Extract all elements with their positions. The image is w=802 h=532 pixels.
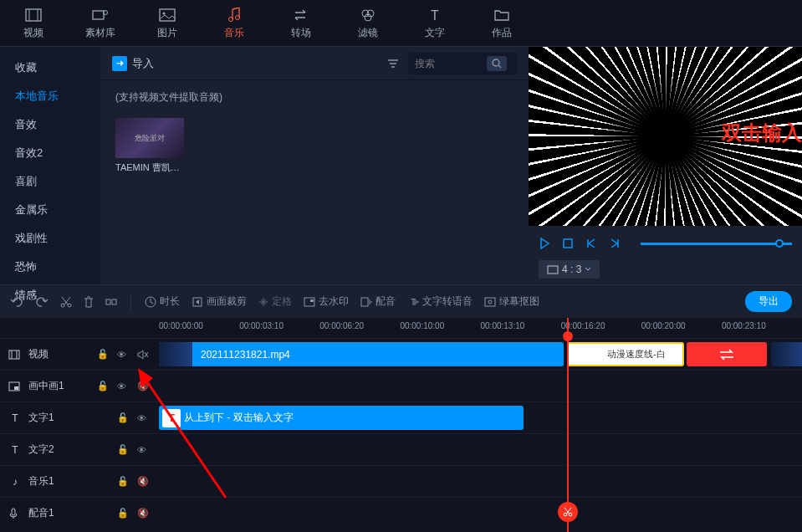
- import-button[interactable]: ➜ 导入: [112, 56, 154, 71]
- time-tick: 00:00:10:00: [400, 318, 480, 338]
- tab-label: 视频: [23, 26, 43, 40]
- prev-button[interactable]: [585, 238, 597, 249]
- eye-icon[interactable]: 👁: [117, 350, 130, 360]
- sidebar-item-comedy[interactable]: 喜剧: [0, 167, 100, 196]
- sort-icon[interactable]: [386, 58, 400, 69]
- tab-label: 滤镜: [358, 26, 378, 40]
- media-item[interactable]: 危险派对 TAEMIN 曹凯伦 ...: [115, 118, 184, 174]
- time-tick: 00:00:03:10: [239, 318, 319, 338]
- tab-transition[interactable]: 转场: [268, 0, 335, 46]
- anime-clip[interactable]: 动漫速度线-白: [567, 342, 684, 366]
- track-label: 视频: [28, 347, 90, 361]
- chromakey-button[interactable]: 绿幕抠图: [484, 294, 539, 309]
- track-label: 文字1: [28, 411, 110, 425]
- duration-button[interactable]: 时长: [145, 294, 180, 309]
- sidebar-item-sfx[interactable]: 音效: [0, 110, 100, 139]
- sidebar-item-favorites[interactable]: 收藏: [0, 54, 100, 82]
- lock-icon[interactable]: 🔓: [117, 508, 130, 519]
- track-voice1: 配音1 🔓 🔇: [0, 497, 802, 529]
- svg-rect-27: [485, 298, 495, 306]
- tab-library[interactable]: 素材库: [67, 0, 134, 46]
- search-input[interactable]: [415, 58, 482, 69]
- svg-line-14: [498, 65, 501, 68]
- time-tick: 00:00:20:00: [641, 318, 722, 338]
- svg-rect-24: [310, 299, 314, 302]
- lock-icon[interactable]: 🔓: [117, 412, 130, 423]
- eye-icon[interactable]: 👁: [117, 381, 130, 391]
- sidebar-item-metal[interactable]: 金属乐: [0, 196, 100, 224]
- lock-icon[interactable]: 🔓: [97, 349, 110, 360]
- track-text1: T 文字1 🔓 👁 T 从上到下 - 双击输入文字: [0, 402, 802, 433]
- svg-rect-15: [564, 239, 572, 248]
- watermark-button[interactable]: 去水印: [304, 294, 349, 309]
- undo-button[interactable]: [10, 296, 23, 308]
- video-clip[interactable]: 202111231821.mp4: [159, 342, 564, 366]
- tab-text[interactable]: T 文字: [401, 0, 468, 46]
- mute-icon[interactable]: 🔇: [137, 476, 151, 487]
- track-label: 画中画1: [28, 379, 90, 393]
- stop-button[interactable]: [562, 238, 574, 249]
- tab-filter[interactable]: 滤镜: [335, 0, 401, 46]
- sidebar-item-sfx2[interactable]: 音效2: [0, 139, 100, 167]
- tab-music[interactable]: 音乐: [201, 0, 268, 46]
- crop-button[interactable]: 画面裁剪: [192, 294, 247, 309]
- svg-rect-16: [548, 266, 558, 274]
- mute-icon[interactable]: [137, 350, 151, 360]
- split-button[interactable]: [105, 296, 117, 308]
- lock-icon[interactable]: 🔓: [117, 444, 130, 455]
- tab-video[interactable]: 视频: [0, 0, 67, 46]
- sidebar-item-horror[interactable]: 恐怖: [0, 253, 100, 281]
- track-video: 视频 🔓 👁 202111231821.mp4 动漫速度线-白: [0, 338, 802, 370]
- text-icon: T: [8, 444, 22, 456]
- clip-thumbnail: [771, 342, 802, 366]
- chevron-down-icon: [585, 267, 591, 272]
- tab-label: 文字: [425, 26, 445, 40]
- search-button[interactable]: [487, 56, 507, 71]
- media-thumbnail: 危险派对: [115, 118, 184, 158]
- preview-canvas[interactable]: 双击输入: [529, 47, 802, 226]
- cut-button[interactable]: [60, 296, 72, 308]
- freeze-button[interactable]: 定格: [258, 294, 292, 309]
- export-button[interactable]: 导出: [745, 291, 792, 312]
- transition-clip[interactable]: [687, 342, 767, 366]
- redo-button[interactable]: [35, 296, 49, 308]
- lock-icon[interactable]: 🔓: [97, 381, 110, 391]
- film-icon: [8, 350, 22, 360]
- text-clip[interactable]: T 从上到下 - 双击输入文字: [159, 406, 524, 430]
- sidebar-item-local-music[interactable]: 本地音乐: [0, 82, 100, 110]
- film-icon: [25, 7, 42, 23]
- time-ruler[interactable]: 00:00:00:00 00:00:03:10 00:00:06:20 00:0…: [0, 318, 802, 338]
- mute-icon[interactable]: 🔇: [137, 381, 151, 391]
- cut-at-playhead-button[interactable]: [558, 502, 578, 522]
- svg-point-18: [68, 304, 71, 307]
- video-clip-2[interactable]: [771, 342, 802, 366]
- top-tabs: 视频 素材库 图片 音乐 转场 滤镜 T 文字 作品: [0, 0, 802, 47]
- tab-label: 图片: [157, 26, 177, 40]
- clip-label: 202111231821.mp4: [192, 349, 299, 361]
- tab-label: 音乐: [224, 26, 244, 40]
- svg-rect-19: [106, 299, 110, 304]
- mute-icon[interactable]: 🔇: [137, 508, 151, 519]
- tab-image[interactable]: 图片: [134, 0, 201, 46]
- playhead[interactable]: [567, 318, 569, 532]
- next-button[interactable]: [609, 238, 621, 249]
- aspect-ratio-select[interactable]: 4 : 3: [539, 260, 600, 279]
- preview-panel: 双击输入 4 : 3: [529, 47, 802, 284]
- track-pip1: 画中画1 🔓 👁 🔇: [0, 370, 802, 402]
- tab-works[interactable]: 作品: [468, 0, 535, 46]
- sidebar: 收藏 本地音乐 音效 音效2 喜剧 金属乐 戏剧性 恐怖 情感 正能量: [0, 47, 100, 284]
- eye-icon[interactable]: 👁: [137, 445, 151, 455]
- sidebar-item-drama[interactable]: 戏剧性: [0, 224, 100, 253]
- seek-slider[interactable]: [641, 243, 792, 245]
- preview-overlay-text: 双击输入: [722, 120, 802, 146]
- folder-plus-icon: ➜: [112, 56, 127, 71]
- tab-label: 作品: [492, 26, 512, 40]
- lock-icon[interactable]: 🔓: [117, 476, 130, 487]
- tts-button[interactable]: T文字转语音: [407, 294, 473, 309]
- play-button[interactable]: [539, 238, 550, 249]
- delete-button[interactable]: [84, 296, 94, 308]
- eye-icon[interactable]: 👁: [137, 413, 151, 423]
- dubbing-button[interactable]: 配音: [360, 294, 396, 309]
- filter-icon: [360, 7, 376, 23]
- tab-label: 转场: [291, 26, 311, 40]
